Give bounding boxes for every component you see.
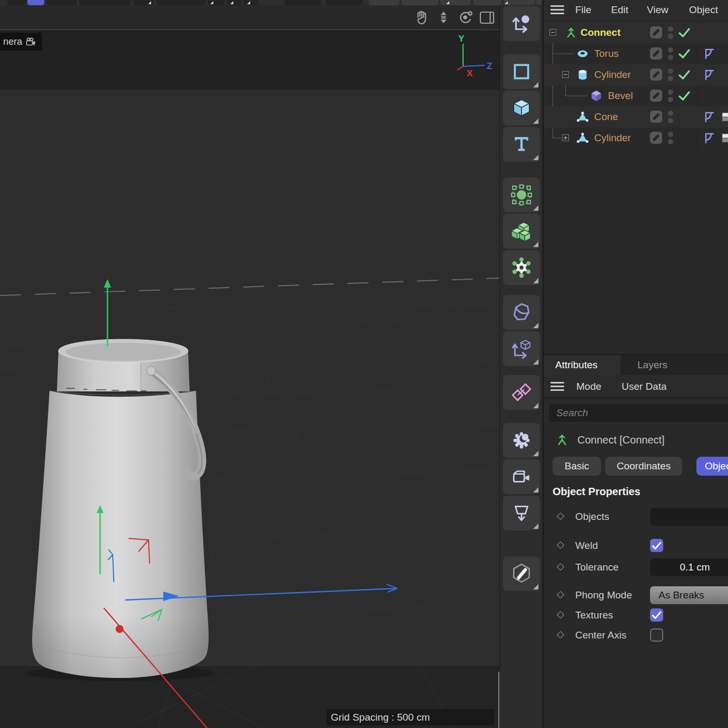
center-axis-checkbox[interactable] [650, 628, 663, 642]
phong-tag-icon[interactable] [703, 132, 715, 144]
layer-toggle[interactable] [650, 111, 662, 123]
rectangle-spline-icon [510, 61, 533, 83]
visibility-dots[interactable] [667, 22, 674, 43]
textures-checkbox[interactable] [650, 608, 663, 622]
tab-attributes[interactable]: Attributes [544, 355, 621, 376]
expand-diamond-icon[interactable] [557, 563, 564, 570]
tree-row-connect-0[interactable]: −Connect [544, 22, 728, 43]
visibility-dots[interactable] [667, 43, 674, 64]
expand-diamond-icon[interactable] [557, 591, 564, 598]
subdivision-surface-tool-button[interactable] [503, 178, 540, 212]
floor-tool-button[interactable] [503, 496, 540, 530]
expand-diamond-icon[interactable] [557, 542, 564, 549]
rotate-icon[interactable] [460, 12, 471, 22]
check-icon [650, 539, 663, 552]
layer-toggle[interactable] [650, 90, 662, 102]
bend-deformer-tool-button[interactable] [503, 295, 540, 330]
attr-menu-mode[interactable]: Mode [576, 375, 602, 398]
toolbar-button-cutoff[interactable] [243, 0, 258, 5]
toolbar-button-cutoff[interactable] [7, 0, 26, 5]
tree-row-cone-4[interactable]: Cone [544, 106, 728, 127]
tree-row-cylinder-5[interactable]: +Cylinder [544, 127, 728, 149]
texture-tag-icon[interactable] [721, 111, 728, 123]
volume-generator-tool-button[interactable] [503, 214, 540, 249]
enabled-check-icon[interactable] [678, 90, 691, 102]
cube-primitive-tool-button[interactable] [503, 91, 540, 125]
toolbar-button-cutoff[interactable] [156, 0, 205, 5]
annotation-tool-button[interactable] [503, 556, 540, 591]
layer-toggle[interactable] [650, 47, 662, 60]
camera-label-chip[interactable]: nera [0, 33, 42, 51]
visibility-dots[interactable] [667, 85, 674, 106]
expand-diamond-icon[interactable] [557, 513, 564, 520]
right-panel: FileEditViewObject −ConnectTorus−Cylinde… [543, 0, 728, 728]
menu-object[interactable]: Object [689, 0, 718, 20]
toolbar-button-cutoff[interactable] [284, 0, 321, 5]
toolbar-button-cutoff[interactable] [46, 0, 77, 5]
collapse-toggle[interactable]: − [549, 29, 556, 36]
layer-toggle[interactable] [650, 68, 662, 81]
phong-tag-icon[interactable] [703, 47, 715, 60]
section-tab-object[interactable]: Object [696, 457, 728, 476]
phong-mode-dropdown[interactable]: As Breaks [650, 586, 728, 604]
layer-toggle[interactable] [650, 26, 662, 38]
section-tab-coordinates[interactable]: Coordinates [605, 457, 682, 476]
pan-icon[interactable] [418, 12, 426, 24]
collapse-toggle[interactable]: − [562, 71, 569, 78]
attr-menu-user-data[interactable]: User Data [622, 375, 667, 398]
toolbar-button-cutoff[interactable] [326, 0, 362, 5]
tree-row-bevel-3[interactable]: Bevel [544, 85, 728, 106]
section-tab-basic[interactable]: Basic [553, 457, 601, 476]
toolbar-button-cutoff[interactable] [369, 0, 399, 5]
toolbar-button-cutoff[interactable] [504, 0, 535, 5]
search-input[interactable]: Search [549, 404, 728, 422]
camera-icon [510, 466, 533, 488]
toolbar-button-cutoff[interactable] [536, 0, 542, 5]
object-manager-menu-icon[interactable] [550, 5, 564, 14]
phong-tag-icon[interactable] [703, 111, 715, 123]
flyout-triangle [148, 1, 151, 4]
attribute-menu-icon[interactable] [550, 382, 564, 391]
tab-layers[interactable]: Layers [621, 355, 728, 376]
toolbar-button-active-cutoff[interactable] [27, 0, 44, 5]
visibility-dots[interactable] [667, 127, 674, 149]
expand-toggle[interactable]: + [562, 134, 569, 141]
enabled-check-icon[interactable] [678, 68, 691, 81]
phong-tag-icon[interactable] [703, 68, 715, 81]
objects-input[interactable] [650, 508, 728, 526]
menu-edit[interactable]: Edit [611, 0, 628, 20]
camera-tool-button[interactable] [503, 459, 540, 494]
axis-modify-tool-button[interactable] [503, 331, 540, 366]
visibility-dots[interactable] [667, 106, 674, 127]
toolbar-button-cutoff[interactable] [227, 0, 241, 5]
tree-row-cylinder-2[interactable]: −Cylinder [544, 64, 728, 85]
light-icon [510, 429, 533, 451]
dolly-icon[interactable] [441, 12, 447, 23]
enabled-check-icon[interactable] [678, 26, 691, 39]
tree-row-torus-1[interactable]: Torus [544, 43, 728, 64]
tolerance-input[interactable]: 0.1 cm [650, 558, 728, 576]
toolbar-button-cutoff[interactable] [79, 0, 131, 5]
move-axis-tool-button[interactable] [503, 6, 540, 41]
viewport-canvas[interactable]: nera Y Z X Grid Spacing : 500 cm [0, 30, 499, 728]
flyout-triangle [533, 487, 538, 493]
texture-tag-icon[interactable] [721, 132, 728, 144]
expand-diamond-icon[interactable] [557, 611, 564, 618]
menu-file[interactable]: File [575, 0, 592, 20]
text-primitive-tool-button[interactable] [503, 127, 540, 162]
rectangle-spline-tool-button[interactable] [503, 54, 540, 89]
toolbar-button-cutoff[interactable] [401, 0, 438, 5]
layout-toggle-icon[interactable] [480, 12, 494, 23]
toolbar-button-cutoff[interactable] [473, 0, 501, 5]
visibility-dots[interactable] [667, 64, 674, 85]
simulation-generator-tool-button[interactable] [503, 250, 540, 285]
light-tool-button[interactable] [503, 423, 540, 458]
weld-checkbox[interactable] [650, 539, 663, 552]
expand-diamond-icon[interactable] [557, 631, 564, 638]
menu-view[interactable]: View [647, 0, 668, 20]
enabled-check-icon[interactable] [678, 47, 691, 60]
fields-tool-button[interactable] [503, 375, 540, 410]
layer-toggle[interactable] [650, 132, 662, 144]
flyout-triangle [533, 359, 538, 365]
toolbar-button-cutoff[interactable] [440, 0, 471, 5]
